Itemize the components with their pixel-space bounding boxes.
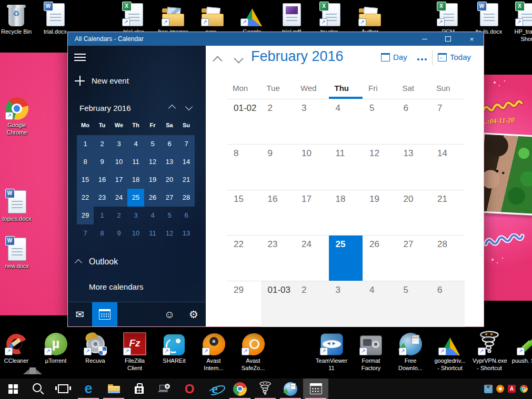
mini-date-cell[interactable]: 8 bbox=[77, 153, 94, 171]
desktop-icon-trial-xlsx[interactable]: trial.xlsx bbox=[117, 2, 150, 35]
mini-date-cell[interactable]: 13 bbox=[161, 153, 178, 171]
day-view-button[interactable]: Day bbox=[381, 53, 407, 62]
minimize-button[interactable] bbox=[413, 32, 436, 46]
more-calendars-link[interactable]: More calendars bbox=[89, 282, 143, 291]
maximize-button[interactable] bbox=[436, 32, 460, 46]
more-options-button[interactable] bbox=[417, 58, 419, 60]
date-cell[interactable]: 27 bbox=[397, 236, 431, 280]
desktop-icon-teamviewer[interactable]: TeamViewer 11 bbox=[315, 331, 348, 372]
mini-date-cell[interactable]: 3 bbox=[127, 207, 144, 224]
desktop-icon-utorrent[interactable]: µTorrent bbox=[39, 331, 73, 364]
date-cell[interactable]: 19 bbox=[363, 190, 397, 235]
desktop-icon-hp-tran[interactable]: HP_tran - Shor bbox=[510, 2, 532, 43]
mini-date-cell[interactable]: 6 bbox=[178, 207, 195, 224]
date-cell[interactable]: 3 bbox=[295, 99, 329, 144]
desktop-icon-fdm[interactable]: Free Downlo... bbox=[394, 331, 427, 372]
date-cell[interactable]: 29 bbox=[227, 281, 261, 327]
mini-date-cell[interactable]: 10 bbox=[111, 153, 127, 171]
mini-date-cell[interactable]: 5 bbox=[161, 207, 178, 224]
desktop-icon-recuva[interactable]: Recuva bbox=[78, 331, 112, 364]
desktop-icon-avast-internet[interactable]: Avast Intern... bbox=[197, 331, 230, 372]
date-cell[interactable]: 14 bbox=[430, 145, 465, 189]
mini-date-cell[interactable]: 13 bbox=[178, 224, 195, 242]
mini-date-cell[interactable]: 10 bbox=[127, 224, 144, 242]
desktop-icon-topics-docx[interactable]: topics.docx bbox=[0, 189, 34, 222]
mini-date-cell[interactable]: 24 bbox=[111, 189, 127, 207]
date-cell[interactable]: 15 bbox=[227, 190, 261, 235]
mini-date-cell[interactable]: 12 bbox=[144, 153, 161, 171]
desktop-icon-filezilla[interactable]: FileZilla Client bbox=[118, 331, 152, 372]
desktop-icon-vyprvpn[interactable]: VyprVPN.exe - Shortcut bbox=[473, 331, 506, 372]
taskbar-internet-explorer-button[interactable] bbox=[202, 378, 227, 399]
mini-date-cell[interactable]: 28 bbox=[178, 189, 195, 207]
mini-date-cell[interactable]: 19 bbox=[144, 171, 161, 189]
mini-date-cell[interactable]: 11 bbox=[144, 224, 161, 242]
date-cell[interactable]: 17 bbox=[295, 190, 329, 235]
desktop-icon-try-xlsx[interactable]: try.xlsx - bbox=[314, 2, 348, 35]
date-cell[interactable]: 25 bbox=[329, 236, 363, 280]
date-cell[interactable]: 9 bbox=[261, 145, 295, 189]
mail-nav-button[interactable]: ✉ bbox=[68, 302, 92, 326]
mini-date-cell[interactable]: 15 bbox=[77, 171, 94, 189]
taskbar-vyprvpn-button[interactable] bbox=[253, 378, 278, 399]
mini-date-cell[interactable]: 8 bbox=[94, 224, 111, 242]
desktop-icon-google-chrome[interactable]: Google Chrome bbox=[0, 96, 34, 137]
desktop-icon-avast-safezone[interactable]: Avast SafeZo... bbox=[236, 331, 270, 372]
vyprvpn-tray-icon[interactable] bbox=[484, 385, 493, 393]
desktop-icon-trial-docx[interactable]: trial.docx bbox=[38, 2, 72, 35]
mini-prev-month-icon[interactable] bbox=[168, 105, 176, 112]
taskbar-store-button[interactable] bbox=[126, 378, 152, 399]
mini-date-cell[interactable]: 4 bbox=[144, 207, 161, 224]
date-cell[interactable]: 5 bbox=[397, 281, 431, 327]
date-cell[interactable]: 7 bbox=[430, 99, 465, 144]
date-cell[interactable]: 21 bbox=[430, 190, 465, 235]
date-cell[interactable]: 2 bbox=[295, 281, 329, 327]
date-cell[interactable]: 22 bbox=[227, 236, 261, 280]
desktop-icon-new-folder[interactable]: new - bbox=[196, 2, 229, 35]
prev-month-button[interactable] bbox=[213, 56, 222, 65]
mini-date-cell[interactable]: 4 bbox=[127, 135, 144, 153]
outlook-section-toggle[interactable]: Outlook bbox=[76, 257, 118, 267]
settings-button[interactable]: ⚙ bbox=[182, 302, 206, 326]
mini-date-cell[interactable]: 25 bbox=[127, 189, 144, 207]
date-cell[interactable]: 28 bbox=[430, 236, 465, 280]
avast-tray-icon[interactable] bbox=[496, 385, 504, 393]
mini-next-month-icon[interactable] bbox=[185, 103, 193, 110]
mini-date-cell[interactable]: 22 bbox=[77, 189, 94, 207]
mini-date-cell[interactable]: 9 bbox=[94, 153, 111, 171]
mini-date-cell[interactable]: 5 bbox=[144, 135, 161, 153]
calendar-nav-button[interactable] bbox=[92, 302, 117, 326]
taskbar-fdm-button[interactable] bbox=[278, 378, 303, 399]
mini-date-cell[interactable]: 16 bbox=[94, 171, 111, 189]
desktop-icon-author[interactable]: Author bbox=[353, 2, 387, 35]
desktop-icon-shareit[interactable]: SHAREit bbox=[157, 331, 191, 364]
mini-date-cell[interactable]: 7 bbox=[178, 135, 195, 153]
taskbar-file-explorer-button[interactable] bbox=[101, 378, 126, 399]
mini-date-cell[interactable]: 1 bbox=[94, 207, 111, 224]
mini-date-cell[interactable]: 12 bbox=[161, 224, 178, 242]
mini-date-cell[interactable]: 18 bbox=[127, 171, 144, 189]
date-cell[interactable]: 3 bbox=[329, 281, 363, 327]
mini-date-cell[interactable]: 9 bbox=[111, 224, 127, 242]
date-cell[interactable]: 4 bbox=[363, 281, 397, 327]
date-cell[interactable]: 12 bbox=[363, 145, 397, 189]
mini-date-cell[interactable]: 23 bbox=[94, 189, 111, 207]
mini-date-cell[interactable]: 3 bbox=[111, 135, 127, 153]
mini-month-label[interactable]: February 2016 bbox=[79, 104, 131, 112]
mini-date-cell[interactable]: 21 bbox=[178, 171, 195, 189]
date-cell[interactable]: 6 bbox=[430, 281, 465, 327]
new-event-button[interactable]: New event bbox=[75, 76, 129, 86]
date-cell[interactable]: 11 bbox=[329, 145, 363, 189]
start-button[interactable] bbox=[0, 378, 25, 399]
mini-date-cell[interactable]: 14 bbox=[178, 153, 195, 171]
date-cell[interactable]: 5 bbox=[363, 99, 397, 144]
mini-date-cell[interactable]: 20 bbox=[161, 171, 178, 189]
desktop-icon-puush[interactable]: puush. Short bbox=[511, 331, 532, 364]
taskbar-media-app-button[interactable] bbox=[152, 378, 177, 399]
desktop-icon-trial-pdf[interactable]: trial.pdf bbox=[275, 2, 308, 35]
mini-date-cell[interactable]: 2 bbox=[111, 207, 127, 224]
desktop-icon-ccleaner[interactable]: CCleaner bbox=[0, 331, 33, 364]
desktop-icon-recycle-bin[interactable]: Recycle Bin bbox=[0, 2, 33, 35]
emoji-feedback-button[interactable]: ☺ bbox=[157, 302, 182, 326]
date-cell[interactable]: 24 bbox=[295, 236, 329, 280]
